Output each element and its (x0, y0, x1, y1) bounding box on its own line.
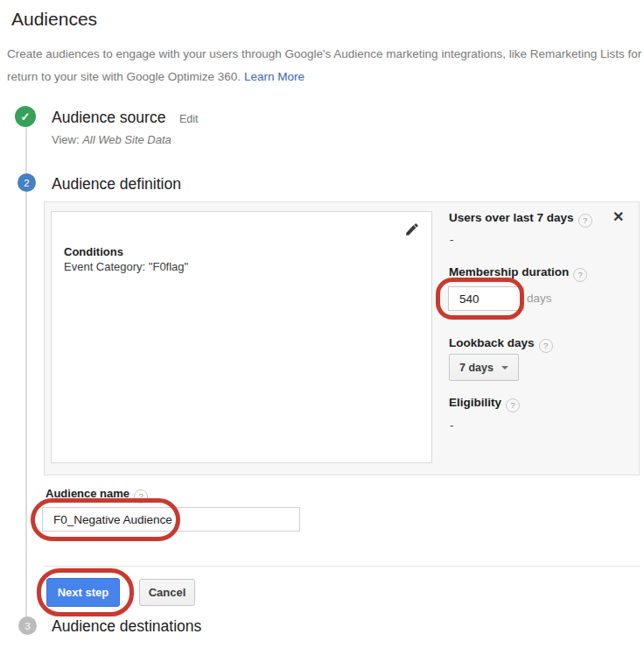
audience-name-label: Audience name? (46, 487, 148, 504)
eligibility-label: Eligibility? (449, 396, 520, 412)
help-icon[interactable]: ? (539, 339, 553, 353)
help-icon[interactable]: ? (573, 268, 587, 282)
learn-more-link[interactable]: Learn More (244, 70, 304, 83)
conditions-detail: Event Category: "F0flag" (64, 260, 188, 273)
next-step-button[interactable]: Next step (46, 578, 120, 607)
eligibility-value: - (450, 419, 453, 432)
step-connector-line (25, 127, 27, 620)
edit-pencil-icon[interactable] (404, 222, 420, 237)
view-value: All Web Site Data (82, 133, 172, 146)
step2-number: 2 (24, 178, 29, 188)
membership-duration-label: Membership duration? (449, 265, 587, 282)
step2-title: Audience definition (52, 175, 181, 194)
audience-name-input[interactable] (42, 507, 300, 532)
actions-divider (44, 566, 640, 567)
page-title: Audiences (11, 9, 97, 30)
help-icon[interactable]: ? (134, 490, 148, 504)
help-icon[interactable]: ? (506, 398, 520, 412)
conditions-title: Conditions (64, 245, 123, 258)
membership-duration-unit: days (527, 292, 552, 305)
step3-title: Audience destinations (52, 617, 201, 636)
users-over-7-days-label: Users over last 7 days? (449, 211, 592, 228)
conditions-card: Conditions Event Category: "F0flag" (51, 211, 432, 463)
page-description: Create audiences to engage with your use… (7, 43, 642, 88)
cancel-button[interactable]: Cancel (139, 579, 195, 606)
help-icon[interactable]: ? (578, 214, 592, 228)
description-line2: return to your site with Google Optimize… (7, 70, 241, 83)
membership-duration-input[interactable] (448, 286, 524, 311)
step1-done-circle: ✓ (15, 106, 36, 127)
check-icon: ✓ (21, 110, 31, 123)
lookback-days-value: 7 days (459, 362, 494, 374)
view-label: View: (52, 133, 80, 146)
audiences-page: Audiences Create audiences to engage wit… (0, 0, 644, 648)
lookback-days-label: Lookback days? (449, 336, 553, 353)
step1-title: Audience source (52, 109, 165, 127)
step2-number-circle: 2 (18, 173, 36, 192)
step1-view-line: View: All Web Site Data (52, 133, 172, 146)
step3-number-circle: 3 (18, 616, 37, 635)
chevron-down-icon (501, 366, 508, 370)
close-icon[interactable]: ✕ (612, 208, 624, 225)
step3-number: 3 (24, 621, 30, 631)
step1-edit-link[interactable]: Edit (179, 113, 199, 125)
users-over-7-days-value: - (450, 233, 453, 246)
description-line1: Create audiences to engage with your use… (7, 47, 641, 60)
lookback-days-dropdown[interactable]: 7 days (449, 354, 519, 381)
